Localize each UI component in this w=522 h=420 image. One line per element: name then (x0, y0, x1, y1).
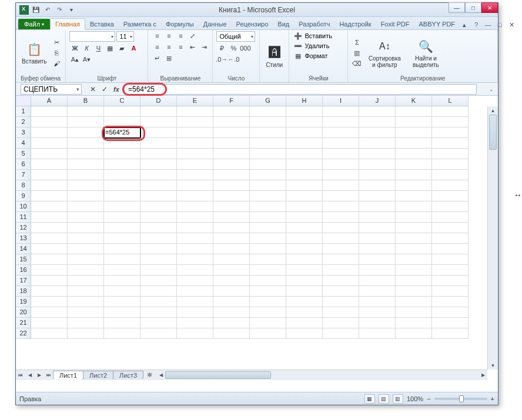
cell-K14[interactable] (396, 244, 432, 254)
tab-addins[interactable]: Надстройк (334, 19, 376, 29)
cell-B17[interactable] (68, 275, 104, 286)
expand-formula-bar-icon[interactable]: ⌄ (487, 84, 496, 95)
cell-C11[interactable] (104, 212, 140, 223)
cell-L17[interactable] (432, 275, 469, 286)
cell-D15[interactable] (140, 254, 177, 265)
hscroll-thumb[interactable] (165, 371, 271, 379)
cell-G8[interactable] (250, 180, 286, 191)
cell-B5[interactable] (68, 149, 104, 159)
cell-G14[interactable] (250, 244, 286, 254)
cell-E12[interactable] (177, 223, 213, 233)
align-top-icon[interactable]: ≡ (152, 31, 162, 41)
cell-I14[interactable] (323, 244, 359, 254)
cell-B19[interactable] (68, 297, 104, 307)
cell-D17[interactable] (140, 275, 177, 286)
zoom-knob[interactable] (459, 395, 464, 402)
cell-E21[interactable] (177, 318, 213, 328)
cell-F13[interactable] (213, 233, 250, 244)
cell-D12[interactable] (140, 223, 177, 233)
cell-A13[interactable] (31, 233, 68, 244)
cell-A16[interactable] (31, 265, 68, 275)
view-page-break-icon[interactable]: ▥ (393, 394, 403, 404)
cell-C18[interactable] (104, 286, 140, 297)
column-header-B[interactable]: B (68, 96, 104, 106)
row-header-2[interactable]: 2 (16, 117, 31, 127)
cell-E16[interactable] (177, 265, 213, 275)
cell-I9[interactable] (323, 191, 359, 201)
sheet-nav-prev-icon[interactable]: ◀ (25, 371, 35, 380)
cell-C8[interactable] (104, 180, 140, 191)
cell-F4[interactable] (213, 138, 250, 149)
cell-L8[interactable] (432, 180, 469, 191)
cell-E1[interactable] (177, 106, 213, 117)
cell-A8[interactable] (31, 180, 68, 191)
cell-I13[interactable] (323, 233, 359, 244)
copy-icon[interactable]: ⎘ (51, 48, 62, 58)
cell-H3[interactable] (286, 127, 323, 138)
scroll-right-icon[interactable]: ▶ (479, 370, 487, 380)
currency-icon[interactable]: ₽ (216, 43, 227, 53)
column-header-J[interactable]: J (359, 96, 396, 106)
wrap-text-icon[interactable]: ↵ (152, 53, 162, 63)
cell-G10[interactable] (250, 201, 286, 212)
minimize-button[interactable]: — (449, 2, 465, 13)
cell-C20[interactable] (104, 307, 140, 318)
formula-input[interactable]: =564*25 (124, 84, 477, 95)
number-format-combo[interactable]: Общий (216, 31, 255, 42)
cell-K12[interactable] (396, 223, 432, 233)
cell-J19[interactable] (359, 297, 396, 307)
vertical-scrollbar[interactable]: ▲ ▼ (487, 106, 498, 369)
cell-F6[interactable] (213, 159, 250, 170)
sort-filter-button[interactable]: A↕ Сортировка и фильтр (364, 37, 404, 69)
zoom-in-icon[interactable]: + (491, 395, 494, 402)
cell-H14[interactable] (286, 244, 323, 254)
enter-formula-icon[interactable]: ✓ (99, 84, 110, 95)
italic-button[interactable]: К (81, 43, 92, 53)
cell-H17[interactable] (286, 275, 323, 286)
cell-J21[interactable] (359, 318, 396, 328)
cell-A15[interactable] (31, 254, 68, 265)
cell-A17[interactable] (31, 275, 68, 286)
column-header-G[interactable]: G (250, 96, 286, 106)
cell-I22[interactable] (323, 328, 359, 339)
comma-icon[interactable]: 000 (240, 43, 250, 53)
cell-B21[interactable] (68, 318, 104, 328)
tab-insert[interactable]: Вставка (85, 19, 119, 29)
row-header-21[interactable]: 21 (16, 318, 31, 328)
workbook-restore-icon[interactable]: □ (495, 20, 504, 29)
percent-icon[interactable]: % (228, 43, 239, 53)
cell-L6[interactable] (432, 159, 469, 170)
tab-review[interactable]: Рецензиро (232, 19, 273, 29)
cell-K9[interactable] (396, 191, 432, 201)
cell-G20[interactable] (250, 307, 286, 318)
column-header-L[interactable]: L (432, 96, 469, 106)
cell-J8[interactable] (359, 180, 396, 191)
cell-L13[interactable] (432, 233, 469, 244)
save-icon[interactable]: 💾 (31, 5, 41, 15)
view-page-layout-icon[interactable]: ▤ (379, 394, 389, 404)
row-header-7[interactable]: 7 (16, 170, 31, 180)
cell-H21[interactable] (286, 318, 323, 328)
cell-A11[interactable] (31, 212, 68, 223)
cell-I15[interactable] (323, 254, 359, 265)
cell-G21[interactable] (250, 318, 286, 328)
align-center-icon[interactable]: ≡ (163, 42, 174, 52)
cell-A21[interactable] (31, 318, 68, 328)
cell-L22[interactable] (432, 328, 469, 339)
cell-B10[interactable] (68, 201, 104, 212)
maximize-button[interactable]: □ (465, 2, 481, 13)
cell-B15[interactable] (68, 254, 104, 265)
indent-increase-icon[interactable]: ⇥ (199, 42, 209, 52)
cell-K17[interactable] (396, 275, 432, 286)
cell-K16[interactable] (396, 265, 432, 275)
cell-A19[interactable] (31, 297, 68, 307)
cell-K13[interactable] (396, 233, 432, 244)
cell-K8[interactable] (396, 180, 432, 191)
cell-C10[interactable] (104, 201, 140, 212)
orientation-icon[interactable]: ⤢ (187, 31, 198, 41)
cell-G18[interactable] (250, 286, 286, 297)
cell-D19[interactable] (140, 297, 177, 307)
cell-H9[interactable] (286, 191, 323, 201)
cell-G7[interactable] (250, 170, 286, 180)
cell-H18[interactable] (286, 286, 323, 297)
